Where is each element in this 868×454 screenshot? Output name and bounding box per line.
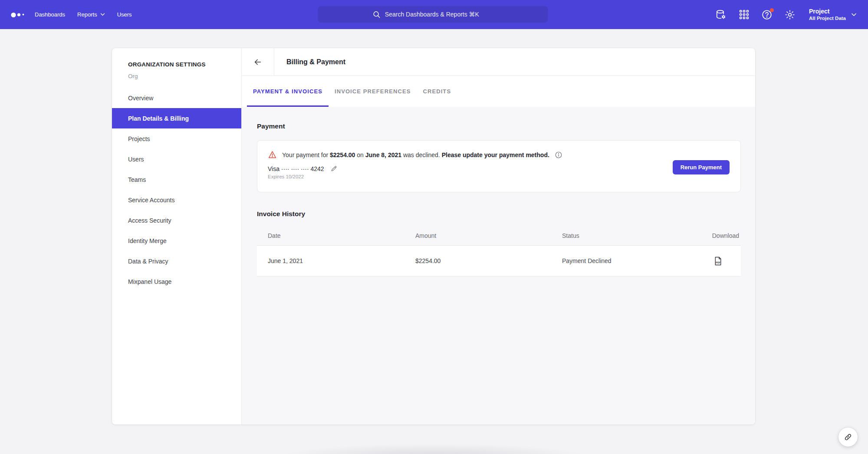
download-pdf-icon[interactable]: PDF	[713, 256, 723, 266]
declined-text-on: on	[355, 151, 365, 158]
back-button[interactable]	[242, 48, 274, 76]
nav-users-label: Users	[117, 11, 132, 18]
sidebar-item-projects[interactable]: Projects	[112, 128, 241, 149]
nav-dashboards-label: Dashboards	[35, 11, 65, 18]
payment-section-title: Payment	[257, 122, 741, 131]
declined-amount: $2254.00	[330, 151, 355, 158]
org-name: Org	[128, 72, 241, 81]
declined-text-was: was declined.	[401, 151, 442, 158]
data-management-icon[interactable]	[715, 9, 727, 20]
link-icon	[843, 432, 853, 442]
search-icon	[372, 10, 381, 19]
edit-pencil-icon[interactable]	[330, 165, 338, 172]
invoice-table: Date Amount Status Download June 1, 2021…	[257, 226, 741, 276]
svg-text:PDF: PDF	[716, 261, 720, 263]
primary-nav: Dashboards Reports Users	[35, 11, 132, 18]
apps-grid-icon[interactable]	[738, 9, 750, 20]
warning-triangle-icon	[268, 150, 277, 159]
invoice-date: June 1, 2021	[268, 257, 415, 264]
card-expiry: Expires 10/2022	[268, 174, 730, 179]
col-header-amount: Amount	[415, 232, 562, 239]
nav-reports[interactable]: Reports	[77, 11, 105, 18]
mixpanel-logo-icon[interactable]	[10, 10, 28, 20]
rerun-payment-button[interactable]: Rerun Payment	[673, 160, 730, 174]
org-settings-card: ORGANIZATION SETTINGS Org Overview Plan …	[112, 48, 755, 424]
page-header: Billing & Payment	[242, 48, 755, 76]
invoice-history-title: Invoice History	[257, 209, 741, 219]
sidebar-item-plan-details-billing[interactable]: Plan Details & Billing	[112, 108, 241, 128]
page-title: Billing & Payment	[274, 48, 345, 76]
notification-badge	[770, 8, 774, 12]
chevron-down-icon	[851, 13, 857, 16]
tab-payment-invoices[interactable]: PAYMENT & INVOICES	[247, 76, 329, 107]
copy-link-button[interactable]	[838, 428, 858, 447]
invoice-table-header: Date Amount Status Download	[257, 226, 741, 246]
top-navbar: Dashboards Reports Users	[0, 0, 868, 29]
settings-gear-icon[interactable]	[784, 9, 796, 20]
declined-cta-text: Please update your payment method.	[442, 151, 549, 158]
billing-tabs: PAYMENT & INVOICES INVOICE PREFERENCES C…	[242, 76, 755, 107]
settings-main-pane: Billing & Payment PAYMENT & INVOICES INV…	[242, 48, 755, 424]
tab-credits[interactable]: CREDITS	[417, 76, 457, 107]
sidebar-item-users[interactable]: Users	[112, 149, 241, 169]
help-icon[interactable]	[761, 9, 773, 20]
declined-date: June 8, 2021	[365, 151, 401, 158]
declined-message: Your payment for $2254.00 on June 8, 202…	[282, 151, 549, 158]
sidebar-item-identity-merge[interactable]: Identity Merge	[112, 230, 241, 251]
card-on-file: Visa ···· ···· ···· 4242	[268, 165, 324, 172]
sidebar-item-mixpanel-usage[interactable]: Mixpanel Usage	[112, 271, 241, 292]
tab-invoice-preferences[interactable]: INVOICE PREFERENCES	[329, 76, 417, 107]
sidebar-list: Overview Plan Details & Billing Projects…	[112, 88, 241, 292]
settings-sidebar: ORGANIZATION SETTINGS Org Overview Plan …	[112, 48, 242, 424]
sidebar-item-access-security[interactable]: Access Security	[112, 210, 241, 230]
search-input[interactable]	[385, 11, 493, 18]
col-header-status: Status	[562, 232, 700, 239]
sidebar-item-data-privacy[interactable]: Data & Privacy	[112, 251, 241, 271]
payment-declined-card: Your payment for $2254.00 on June 8, 202…	[257, 140, 741, 192]
chevron-down-icon	[100, 13, 105, 16]
tab-content: Payment Your payment for $2254.00 on Jun…	[242, 107, 755, 424]
nav-users[interactable]: Users	[117, 11, 132, 18]
sidebar-heading: ORGANIZATION SETTINGS	[128, 60, 241, 69]
col-header-date: Date	[268, 232, 415, 239]
offscreen-panel-shadow	[239, 436, 629, 454]
nav-right-cluster: Project All Project Data	[715, 8, 857, 22]
nav-reports-label: Reports	[77, 11, 97, 18]
sidebar-item-teams[interactable]: Teams	[112, 169, 241, 190]
nav-dashboards[interactable]: Dashboards	[35, 11, 65, 18]
project-value: All Project Data	[809, 15, 846, 21]
sidebar-item-service-accounts[interactable]: Service Accounts	[112, 190, 241, 210]
invoice-status: Payment Declined	[562, 257, 700, 264]
project-selector[interactable]: Project All Project Data	[809, 8, 857, 22]
declined-text-pre: Your payment for	[282, 151, 330, 158]
col-header-download: Download	[700, 232, 739, 239]
project-label: Project	[809, 8, 846, 16]
global-search[interactable]	[318, 6, 548, 23]
back-arrow-icon	[253, 57, 263, 67]
invoice-row: June 1, 2021 $2254.00 Payment Declined P…	[257, 246, 741, 276]
sidebar-item-overview[interactable]: Overview	[112, 88, 241, 108]
info-icon[interactable]	[555, 151, 562, 159]
invoice-amount: $2254.00	[415, 257, 562, 264]
